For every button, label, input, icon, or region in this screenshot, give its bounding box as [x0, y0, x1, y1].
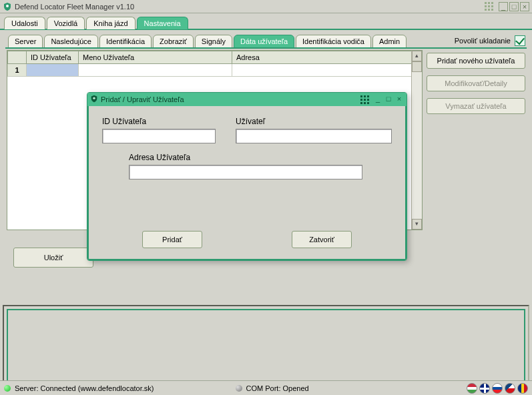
tab-events[interactable]: Udalosti [4, 17, 45, 29]
subtab-display[interactable]: Zobraziť [153, 35, 194, 48]
dialog-add-button[interactable]: Pridať [142, 231, 202, 248]
tab-label: Udalosti [11, 19, 38, 27]
dialog-minimize-button[interactable]: _ [373, 95, 382, 104]
save-button[interactable]: Uložiť [13, 248, 93, 268]
button-label: Zatvoriť [309, 236, 334, 244]
close-button[interactable]: × [520, 2, 529, 11]
subtab-server[interactable]: Server [8, 35, 43, 48]
scroll-up-icon[interactable]: ▴ [412, 51, 422, 61]
main-tabs: Udalosti Vozidlá Kniha jázd Nastavenia [0, 13, 532, 30]
tab-vehicles[interactable]: Vozidlá [47, 17, 85, 29]
user-address-input[interactable] [129, 165, 362, 179]
status-bar: Server: Connected (www.defendlocator.sk)… [0, 380, 532, 395]
app-title: Defend Locator Fleet Manager v1.10 [15, 3, 134, 11]
subtab-admin[interactable]: Admin [372, 35, 407, 48]
modify-details-button[interactable]: Modifikovať/Detaily [427, 75, 525, 91]
flag-sk-icon[interactable] [492, 383, 503, 394]
subtab-following[interactable]: Nasledujúce [44, 35, 98, 48]
flag-en-icon[interactable] [479, 383, 490, 394]
server-status-led-icon [4, 385, 11, 392]
tab-label: Admin [379, 37, 400, 45]
user-name-label: Užívateľ [236, 117, 392, 126]
col-addr-header[interactable]: Adresa [232, 51, 422, 64]
tab-label: Server [15, 37, 36, 45]
tab-label: Vozidlá [54, 19, 77, 27]
tab-label: Identifikácia vodiča [302, 37, 364, 45]
tab-label: Zobraziť [160, 37, 187, 45]
subtab-user-data[interactable]: Dáta užívateľa [234, 35, 294, 48]
flag-hu-icon[interactable] [467, 383, 477, 394]
tab-label: Signály [202, 37, 226, 45]
maximize-button[interactable]: □ [509, 2, 519, 11]
subtab-driver-id[interactable]: Identifikácia vodiča [296, 35, 371, 48]
allow-save-checkbox[interactable] [515, 35, 525, 46]
app-titlebar: Defend Locator Fleet Manager v1.10 _ □ × [0, 0, 532, 13]
dialog-maximize-button[interactable]: □ [384, 95, 393, 104]
tab-label: Dáta užívateľa [240, 37, 288, 45]
user-name-input[interactable] [236, 129, 392, 143]
tab-label: Nastavenia [144, 19, 181, 27]
subtab-signals[interactable]: Signály [195, 35, 232, 48]
svg-point-1 [93, 97, 95, 99]
cell-id[interactable] [27, 64, 79, 77]
com-status-led-icon [236, 385, 242, 392]
table-scrollbar[interactable]: ▴ ▾ [411, 51, 422, 230]
sub-tabs: Server Nasledujúce Identifikácia Zobrazi… [8, 34, 408, 47]
dialog-close-button[interactable]: × [394, 95, 404, 104]
scroll-down-icon[interactable]: ▾ [412, 219, 422, 230]
dialog-grip-icon [360, 95, 369, 104]
button-label: Modifikovať/Detaily [445, 79, 507, 87]
cell-addr[interactable] [232, 64, 422, 77]
table-header-row: ID Užívateľa Meno Užívateľa Adresa [8, 51, 422, 64]
col-name-header[interactable]: Meno Užívateľa [79, 51, 232, 64]
server-status-text: Server: Connected (www.defendlocator.sk) [15, 384, 154, 392]
button-label: Pridať [162, 236, 182, 244]
dialog-title: Pridať / Upraviť Užívateľa [101, 95, 360, 103]
com-status-text: COM Port: Opened [246, 384, 309, 392]
add-edit-user-dialog: Pridať / Upraviť Užívateľa _ □ × ID Užív… [87, 92, 407, 261]
button-label: Uložiť [44, 254, 63, 262]
scroll-thumb[interactable] [412, 61, 422, 72]
flag-ro-icon[interactable] [517, 383, 528, 394]
app-icon [3, 2, 12, 11]
svg-point-0 [6, 5, 9, 7]
flag-cz-icon[interactable] [505, 383, 515, 394]
user-id-label: ID Užívateľa [102, 117, 216, 126]
bottom-panel [3, 305, 529, 386]
table-row[interactable]: 1 [8, 64, 422, 77]
window-grip-icon [485, 2, 493, 11]
dialog-close-btn[interactable]: Zatvoriť [292, 231, 352, 248]
dialog-titlebar[interactable]: Pridať / Upraviť Užívateľa _ □ × [87, 93, 407, 106]
language-flags [467, 383, 528, 394]
button-label: Pridať nového užívateľa [437, 57, 515, 65]
cell-name[interactable] [79, 64, 232, 77]
minimize-button[interactable]: _ [499, 2, 508, 11]
delete-user-button[interactable]: Vymazať užívateľa [427, 98, 525, 114]
dialog-app-icon [90, 95, 98, 104]
tab-label: Kniha jázd [93, 19, 127, 27]
tab-label: Identifikácia [106, 37, 145, 45]
add-user-button[interactable]: Pridať nového užívateľa [427, 53, 525, 69]
subtab-identification[interactable]: Identifikácia [99, 35, 152, 48]
user-address-label: Adresa Užívateľa [129, 153, 392, 162]
tab-trip-log[interactable]: Kniha jázd [86, 17, 135, 29]
button-label: Vymazať užívateľa [445, 102, 506, 110]
allow-save-label: Povoliť ukladanie [455, 37, 511, 45]
tab-label: Nasledujúce [51, 37, 91, 45]
col-id-header[interactable]: ID Užívateľa [27, 51, 79, 64]
tab-settings[interactable]: Nastavenia [137, 17, 188, 29]
row-number: 1 [8, 64, 27, 77]
user-id-input[interactable] [102, 129, 216, 143]
